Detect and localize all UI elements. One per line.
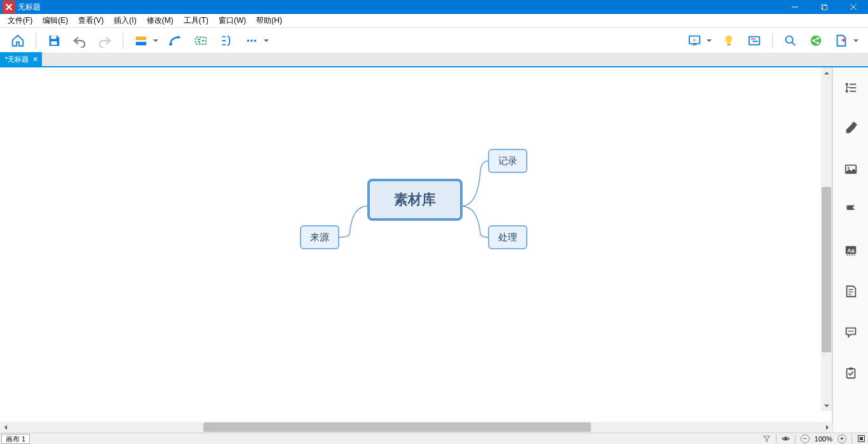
tab-close-icon[interactable]: ✕: [32, 55, 38, 64]
svg-point-39: [848, 331, 850, 332]
svg-point-40: [850, 331, 851, 332]
format-icon[interactable]: [842, 120, 860, 137]
svg-point-14: [254, 39, 257, 42]
svg-rect-43: [849, 368, 853, 370]
menubar: 文件(F) 编辑(E) 查看(V) 插入(I) 修改(M) 工具(T) 窗口(W…: [0, 14, 868, 28]
app-icon: [3, 1, 15, 13]
sidebar-right: Aa: [832, 67, 868, 433]
svg-rect-3: [51, 35, 56, 39]
more-button[interactable]: [241, 31, 262, 51]
boundary-button[interactable]: [191, 31, 211, 51]
redo-button[interactable]: [95, 31, 115, 51]
export-dropdown[interactable]: [853, 38, 859, 43]
titlebar: 无标题: [0, 0, 868, 14]
svg-rect-8: [196, 37, 207, 44]
child-topic-left[interactable]: 来源: [300, 225, 339, 249]
menu-modify[interactable]: 修改(M): [142, 14, 179, 27]
minimize-button[interactable]: [780, 0, 810, 14]
topic-button[interactable]: [131, 31, 151, 51]
scroll-thumb[interactable]: [203, 422, 591, 432]
zoom-level[interactable]: 100%: [812, 435, 835, 443]
scroll-left-icon[interactable]: [0, 422, 11, 433]
svg-point-13: [250, 39, 253, 42]
svg-rect-1: [823, 6, 828, 11]
horizontal-scrollbar[interactable]: [0, 422, 832, 433]
menu-help[interactable]: 帮助(H): [251, 14, 287, 27]
window-title: 无标题: [18, 2, 780, 13]
marker-icon[interactable]: [842, 201, 860, 219]
svg-point-32: [847, 167, 849, 169]
fit-icon[interactable]: [855, 434, 868, 443]
svg-rect-10: [198, 41, 200, 42]
undo-button[interactable]: [69, 31, 90, 51]
summary-button[interactable]: [216, 31, 236, 51]
topic-dropdown[interactable]: [153, 38, 159, 43]
svg-rect-16: [727, 44, 731, 45]
vertical-scrollbar[interactable]: [821, 67, 832, 411]
home-button[interactable]: [8, 31, 28, 51]
toolbar: [0, 28, 868, 53]
export-button[interactable]: [831, 31, 851, 51]
menu-tools[interactable]: 工具(T): [179, 14, 214, 27]
svg-point-38: [853, 254, 855, 256]
svg-point-7: [169, 43, 172, 46]
separator: [36, 33, 36, 48]
svg-point-35: [846, 254, 848, 256]
svg-point-44: [784, 437, 787, 440]
statusbar: 画布 1 − 100% +: [0, 433, 868, 444]
svg-rect-29: [850, 91, 856, 92]
mindmap-connectors: [0, 67, 820, 422]
svg-point-12: [247, 39, 250, 42]
scroll-down-icon[interactable]: [821, 400, 832, 411]
scroll-thumb[interactable]: [822, 187, 831, 352]
scroll-up-icon[interactable]: [821, 67, 832, 78]
visibility-icon[interactable]: [779, 434, 792, 443]
search-button[interactable]: [780, 31, 801, 51]
scroll-right-icon[interactable]: [822, 422, 832, 433]
filter-icon[interactable]: [760, 434, 773, 443]
presentation-dropdown[interactable]: [706, 38, 712, 43]
idea-button[interactable]: [719, 31, 739, 51]
zoom-out-button[interactable]: −: [801, 434, 810, 443]
svg-rect-42: [846, 369, 855, 378]
more-dropdown[interactable]: [263, 38, 269, 43]
menu-insert[interactable]: 插入(I): [109, 14, 141, 27]
menu-window[interactable]: 窗口(W): [214, 14, 251, 27]
menu-file[interactable]: 文件(F): [3, 14, 37, 27]
menu-view[interactable]: 查看(V): [73, 14, 109, 27]
svg-rect-46: [860, 437, 863, 440]
share-button[interactable]: [806, 31, 826, 51]
svg-rect-27: [850, 84, 856, 85]
central-topic-label: 素材库: [394, 190, 436, 209]
document-tab[interactable]: *无标题 ✕: [0, 52, 42, 66]
central-topic[interactable]: 素材库: [367, 179, 463, 221]
canvas[interactable]: 素材库 记录 处理 来源: [0, 67, 832, 422]
close-button[interactable]: [839, 0, 868, 14]
separator: [123, 33, 123, 48]
svg-point-23: [817, 37, 819, 39]
save-button[interactable]: [44, 31, 64, 51]
menu-edit[interactable]: 编辑(E): [37, 14, 73, 27]
svg-point-41: [851, 331, 853, 332]
child-topic-label: 来源: [310, 232, 329, 244]
svg-rect-6: [136, 41, 147, 45]
svg-rect-18: [751, 38, 756, 39]
notes-icon[interactable]: [842, 282, 860, 300]
maximize-button[interactable]: [810, 0, 839, 14]
outline-icon[interactable]: [842, 79, 860, 97]
comments-icon[interactable]: [842, 323, 860, 341]
gantt-button[interactable]: [744, 31, 764, 51]
font-icon[interactable]: Aa: [842, 242, 860, 260]
presentation-button[interactable]: [684, 31, 705, 51]
task-icon[interactable]: [842, 364, 860, 382]
svg-point-24: [817, 41, 819, 44]
zoom-in-button[interactable]: +: [837, 434, 846, 443]
sheet-tab[interactable]: 画布 1: [1, 434, 30, 444]
svg-rect-11: [202, 40, 205, 41]
image-icon[interactable]: [842, 160, 860, 178]
child-topic-top-right[interactable]: 记录: [488, 149, 527, 173]
child-topic-label: 记录: [498, 155, 517, 167]
child-topic-bottom-right[interactable]: 处理: [488, 225, 527, 249]
svg-rect-25: [845, 83, 848, 86]
relation-button[interactable]: [165, 31, 186, 51]
